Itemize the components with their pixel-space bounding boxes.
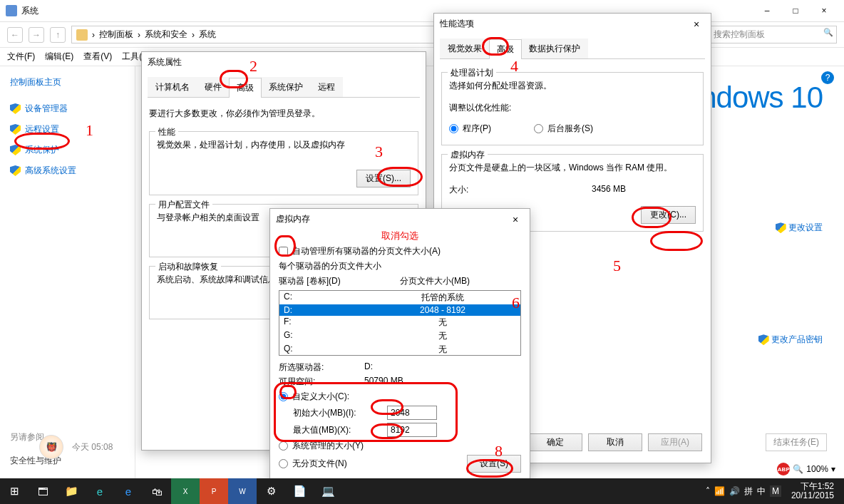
volume-icon[interactable]: 🔊	[729, 486, 740, 496]
annot-circle-max	[371, 423, 403, 439]
apply-button[interactable]: 应用(A)	[648, 433, 702, 451]
maximize-button[interactable]: □	[781, 3, 810, 19]
folder-icon	[76, 29, 88, 41]
auto-manage-checkbox[interactable]: 自动管理所有驱动器的分页文件大小(A)	[279, 245, 521, 257]
drive-row: D:2048 - 8192	[279, 304, 520, 316]
sidebar-title[interactable]: 控制面板主页	[10, 76, 125, 88]
radio-no-paging[interactable]: 无分页文件(N)	[279, 458, 467, 470]
menu-edit[interactable]: 编辑(E)	[45, 51, 73, 63]
tray-icon[interactable]: M	[770, 485, 781, 497]
tab-computer[interactable]: 计算机名	[148, 77, 197, 97]
forward-button[interactable]: →	[29, 27, 44, 43]
search-input[interactable]: 搜索控制面板	[709, 26, 837, 43]
sidebar: 控制面板主页 设备管理器 远程设置 系统保护 高级系统设置 另请参阅 安全性与维…	[0, 66, 135, 481]
close-icon[interactable]: ×	[507, 214, 524, 225]
drive-row: G:无	[279, 329, 520, 343]
drive-row: Q:无	[279, 343, 520, 356]
change-settings-link[interactable]: 更改设置	[776, 222, 823, 232]
powerpoint-icon[interactable]: P	[200, 478, 228, 504]
annot-circle-custom	[279, 385, 297, 399]
up-button[interactable]: ↑	[50, 27, 66, 43]
network-icon[interactable]: 📶	[714, 486, 725, 496]
drive-list[interactable]: C:托管的系统 D:2048 - 8192 F:无 G:无 Q:无	[279, 290, 521, 356]
app-icon[interactable]: 📄	[285, 478, 314, 504]
menu-view[interactable]: 查看(V)	[83, 51, 112, 63]
app-icon[interactable]: 💻	[314, 478, 342, 504]
vm-title: 虚拟内存	[276, 213, 507, 225]
taskbar: ⊞ 🗔 📁 e e 🛍 X P W ⚙ 📄 💻 ˄ 📶 🔊 拼 中 M 下午1:…	[0, 478, 844, 504]
radio-system-managed[interactable]: 系统管理的大小(Y)	[279, 440, 521, 452]
virtual-memory-dialog: 虚拟内存× 取消勾选 自动管理所有驱动器的分页文件大小(A) 每个驱动器的分页文…	[269, 208, 530, 492]
ie-icon[interactable]: e	[114, 478, 143, 504]
shield-icon	[10, 103, 21, 114]
vm-size-value: 3456 MB	[592, 184, 626, 196]
menu-file[interactable]: 文件(F)	[7, 51, 35, 63]
tab-remote[interactable]: 远程	[310, 77, 343, 97]
ok-button[interactable]: 确定	[528, 433, 582, 451]
tray-chevron-icon[interactable]: ˄	[706, 486, 710, 496]
performance-group: 性能 视觉效果，处理器计划，内存使用，以及虚拟内存 设置(S)...	[149, 131, 418, 195]
radio-services[interactable]: 后台服务(S)	[534, 123, 593, 135]
system-tray: ˄ 📶 🔊 拼 中 M 下午1:5220/11/2015	[706, 482, 844, 500]
note-cancel: 取消勾选	[279, 230, 521, 242]
excel-icon[interactable]: X	[171, 478, 200, 504]
shield-icon	[10, 165, 21, 176]
cancel-button[interactable]: 取消	[588, 433, 642, 451]
change-key-link[interactable]: 更改产品密钥	[758, 334, 823, 344]
system-icon	[6, 5, 17, 16]
address-toolbar: ← → ↑ ›控制面板 ›系统和安全 ›系统 搜索控制面板	[0, 22, 844, 48]
word-icon[interactable]: W	[228, 478, 257, 504]
tab-dep[interactable]: 数据执行保护	[521, 38, 588, 58]
windows-10-brand: ndows 10	[700, 81, 823, 115]
edge-icon[interactable]: e	[86, 478, 114, 504]
annot-circle-mb	[632, 207, 671, 228]
radio-programs[interactable]: 程序(P)	[449, 123, 491, 135]
zoom-control[interactable]: ABP🔍100%▾	[777, 463, 835, 475]
ime-icon[interactable]: 中	[757, 485, 766, 498]
avatar: 👹	[39, 435, 63, 459]
back-button[interactable]: ←	[7, 27, 23, 43]
app-icon[interactable]: ⚙	[257, 478, 285, 504]
store-icon[interactable]: 🛍	[143, 478, 171, 504]
drive-row: F:无	[279, 316, 520, 329]
annot-circle-5	[650, 231, 703, 251]
annot-circle-3	[377, 167, 423, 187]
annot-circle-4	[482, 37, 509, 56]
perfopt-title: 性能选项	[440, 18, 688, 30]
annot-circle-8	[466, 459, 513, 478]
annot-circle-init	[371, 399, 403, 415]
admin-note: 要进行大多数更改，你必须作为管理员登录。	[142, 98, 426, 123]
shield-icon	[10, 124, 21, 135]
help-icon[interactable]: ?	[821, 71, 834, 84]
close-icon[interactable]: ×	[688, 19, 705, 30]
drive-row: C:托管的系统	[279, 291, 520, 304]
annot-circle-6	[274, 235, 296, 257]
titlebar: 系统 – □ ×	[0, 0, 844, 22]
explorer-icon[interactable]: 📁	[57, 478, 86, 504]
scheduler-group: 处理器计划 选择如何分配处理器资源。 调整以优化性能: 程序(P) 后台服务(S…	[441, 72, 704, 145]
annot-circle-1	[14, 133, 70, 150]
selected-drive: D:	[364, 361, 373, 374]
clock[interactable]: 下午1:5220/11/2015	[786, 482, 840, 500]
end-task-button[interactable]: 结束任务(E)	[766, 433, 827, 451]
chat-row: 👹 今天 05:08	[39, 435, 113, 459]
start-button[interactable]: ⊞	[0, 478, 29, 504]
sidebar-item-advanced[interactable]: 高级系统设置	[10, 165, 125, 177]
avail-space: 50790 MB	[364, 376, 403, 388]
tab-protection[interactable]: 系统保护	[261, 77, 311, 97]
close-button[interactable]: ×	[810, 3, 838, 19]
shield-icon	[776, 222, 786, 233]
abp-icon: ABP	[777, 463, 790, 475]
taskview-icon[interactable]: 🗔	[29, 478, 57, 504]
annot-circle-2	[220, 70, 248, 88]
minimize-button[interactable]: –	[753, 3, 781, 19]
shield-icon	[758, 334, 769, 345]
ime-icon[interactable]: 拼	[744, 485, 753, 498]
sidebar-item-devmgr[interactable]: 设备管理器	[10, 103, 125, 115]
dlg-title: 系统属性	[148, 56, 420, 68]
